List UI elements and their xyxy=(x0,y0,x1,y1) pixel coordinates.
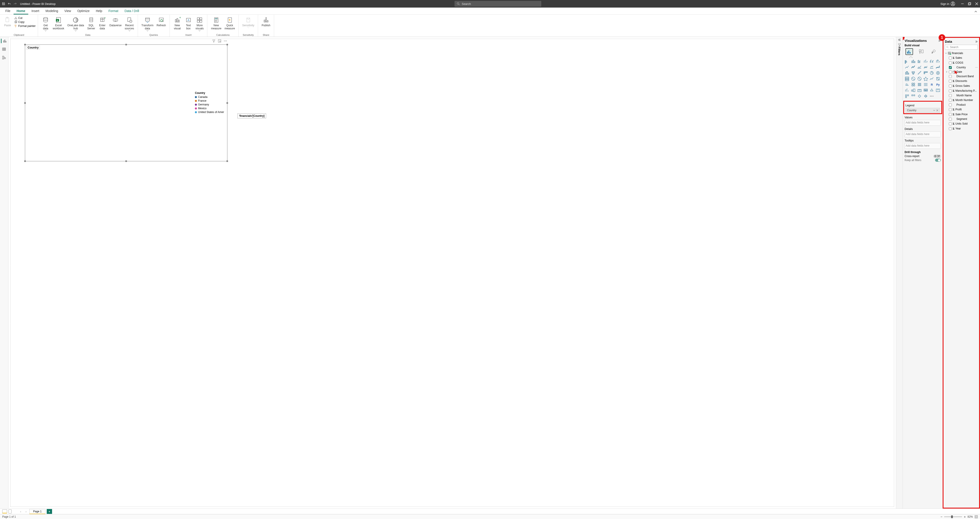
field-row[interactable]: ΣGross Sales xyxy=(945,83,978,88)
field-checkbox[interactable] xyxy=(949,57,952,59)
add-page-button[interactable]: + xyxy=(47,509,52,514)
viz-type-icon[interactable] xyxy=(905,82,910,87)
field-row[interactable]: Country⋯ xyxy=(945,65,978,70)
viz-type-icon[interactable] xyxy=(905,94,910,99)
viz-type-icon[interactable] xyxy=(911,65,916,70)
close-icon[interactable] xyxy=(975,2,978,5)
field-row[interactable]: ΣCOGS xyxy=(945,60,978,65)
field-row[interactable]: Date xyxy=(945,70,978,74)
field-row[interactable]: ΣUnits Sold xyxy=(945,121,978,126)
field-checkbox[interactable] xyxy=(949,127,952,130)
viz-type-icon[interactable] xyxy=(929,94,934,99)
chevron-down-icon[interactable] xyxy=(933,109,935,111)
viz-type-icon[interactable] xyxy=(911,88,916,93)
field-row[interactable]: ΣDiscounts xyxy=(945,78,978,83)
prev-page-icon[interactable]: ‹ xyxy=(19,510,23,513)
viz-type-icon[interactable] xyxy=(905,76,910,81)
viz-type-icon[interactable] xyxy=(917,70,922,75)
viz-type-icon[interactable] xyxy=(923,82,928,87)
field-row[interactable]: Segment xyxy=(945,117,978,121)
sql-button[interactable]: SQL Server xyxy=(86,16,97,31)
more-visuals-button[interactable]: More visuals xyxy=(194,16,205,32)
field-checkbox[interactable] xyxy=(949,113,952,116)
viz-type-icon[interactable] xyxy=(917,65,922,70)
viz-type-icon[interactable] xyxy=(905,65,910,70)
cut-button[interactable]: Cut xyxy=(14,16,36,19)
viz-type-icon[interactable] xyxy=(935,76,940,81)
fit-page-icon[interactable] xyxy=(975,515,978,518)
viz-type-icon[interactable] xyxy=(923,70,928,75)
viz-type-icon[interactable] xyxy=(917,88,922,93)
values-well[interactable]: Add data fields here xyxy=(905,120,941,126)
focus-icon[interactable] xyxy=(218,39,221,43)
field-row[interactable]: ΣSale Price xyxy=(945,112,978,117)
viz-type-icon[interactable] xyxy=(929,59,934,64)
minimize-icon[interactable] xyxy=(961,2,964,5)
cross-report-toggle[interactable]: Off xyxy=(934,155,941,158)
menu-format[interactable]: Format xyxy=(105,8,121,14)
page-tab-1[interactable]: Page 1 xyxy=(29,509,45,514)
viz-type-icon[interactable] xyxy=(917,59,922,64)
viz-type-icon[interactable] xyxy=(935,59,940,64)
legend-item[interactable]: Germany xyxy=(195,103,224,106)
excel-button[interactable]: XExcel workbook xyxy=(51,16,65,31)
viz-type-icon[interactable] xyxy=(929,70,934,75)
next-page-icon[interactable]: › xyxy=(24,510,28,513)
menu-help[interactable]: Help xyxy=(93,8,105,14)
viz-type-icon[interactable] xyxy=(905,70,910,75)
menu-home[interactable]: Home xyxy=(14,8,29,14)
field-row[interactable]: ΣManufacturing P... xyxy=(945,88,978,93)
viz-type-icon[interactable] xyxy=(911,94,916,99)
dataverse-button[interactable]: Dataverse xyxy=(108,16,123,28)
field-checkbox[interactable] xyxy=(949,123,952,125)
viz-type-icon[interactable] xyxy=(905,59,910,64)
menu-insert[interactable]: Insert xyxy=(28,8,42,14)
refresh-button[interactable]: Refresh xyxy=(155,16,167,28)
expand-filters-icon[interactable] xyxy=(898,38,901,41)
viz-type-icon[interactable] xyxy=(923,88,928,93)
tooltips-well[interactable]: Add data fields here xyxy=(905,143,941,149)
remove-field-icon[interactable] xyxy=(936,109,939,111)
data-search[interactable]: Search xyxy=(945,45,978,49)
desktop-layout-icon[interactable] xyxy=(2,509,7,513)
field-checkbox[interactable] xyxy=(949,80,952,83)
copy-button[interactable]: Copy xyxy=(14,21,36,24)
menu-data-drill[interactable]: Data / Drill xyxy=(121,8,142,14)
legend-field-chip[interactable]: Country xyxy=(905,108,940,113)
table-node[interactable]: financials xyxy=(945,51,978,56)
undo-icon[interactable] xyxy=(8,2,11,6)
format-tab[interactable] xyxy=(918,48,925,55)
menu-modeling[interactable]: Modeling xyxy=(42,8,61,14)
field-row[interactable]: ΣYear xyxy=(945,126,978,131)
more-options-icon[interactable] xyxy=(224,39,227,43)
build-tab[interactable] xyxy=(905,48,913,55)
redo-icon[interactable] xyxy=(13,2,17,6)
new-visual-button[interactable]: +New visual xyxy=(172,16,183,31)
chevron-down-icon[interactable] xyxy=(945,52,947,54)
details-well[interactable]: Add data fields here xyxy=(905,132,941,137)
save-icon[interactable] xyxy=(2,2,5,6)
legend-item[interactable]: Canada xyxy=(195,96,224,99)
mobile-layout-icon[interactable] xyxy=(8,509,11,513)
analytics-tab[interactable] xyxy=(929,48,937,55)
field-row[interactable]: ΣMonth Number xyxy=(945,98,978,103)
filters-pane-collapsed[interactable]: Filters xyxy=(896,37,902,509)
onelake-button[interactable]: OneLake data hub xyxy=(66,16,85,32)
field-checkbox[interactable] xyxy=(949,94,952,97)
sign-in-button[interactable]: Sign in xyxy=(940,2,955,6)
viz-type-icon[interactable] xyxy=(917,94,922,99)
publish-button[interactable]: Publish xyxy=(260,16,272,28)
viz-type-icon[interactable] xyxy=(905,88,910,93)
viz-type-icon[interactable] xyxy=(935,70,940,75)
data-view-icon[interactable] xyxy=(2,47,6,52)
field-row[interactable]: Product xyxy=(945,103,978,107)
viz-type-icon[interactable] xyxy=(911,76,916,81)
viz-type-icon[interactable] xyxy=(929,76,934,81)
model-view-icon[interactable] xyxy=(2,56,6,60)
field-checkbox[interactable] xyxy=(949,103,952,106)
viz-type-icon[interactable]: Py xyxy=(935,82,940,87)
quick-measure-button[interactable]: Quick measure xyxy=(223,16,236,31)
pie-chart-visual[interactable]: Country Country CanadaFranceGermanyMexic… xyxy=(25,45,228,161)
field-checkbox[interactable] xyxy=(949,75,952,78)
filter-icon[interactable] xyxy=(212,39,216,43)
